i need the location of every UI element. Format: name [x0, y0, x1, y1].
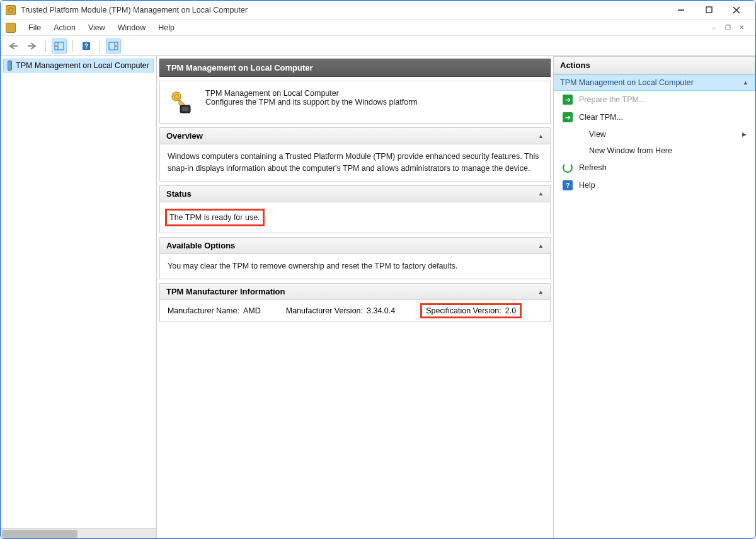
manufacturer-info-section: TPM Manufacturer Information ▲ Manufactu… — [159, 283, 551, 322]
title-bar: Trusted Platform Module (TPM) Management… — [1, 1, 755, 20]
arrow-right-icon: ➔ — [563, 112, 573, 122]
status-header[interactable]: Status ▲ — [160, 186, 550, 202]
available-options-body: You may clear the TPM to remove ownershi… — [160, 254, 550, 279]
help-icon: ? — [563, 180, 573, 190]
window-title: Trusted Platform Module (TPM) Management… — [21, 6, 667, 14]
doc-minimize-icon[interactable]: – — [709, 23, 719, 33]
actions-panel-title: Actions — [554, 56, 755, 74]
status-text: The TPM is ready for use. — [165, 209, 265, 227]
manufacturer-info-header[interactable]: TPM Manufacturer Information ▲ — [160, 284, 550, 300]
action-refresh[interactable]: Refresh — [554, 159, 755, 177]
action-clear-tpm[interactable]: ➔Clear TPM... — [554, 108, 755, 126]
overview-body: Windows computers containing a Trusted P… — [160, 144, 550, 181]
manufacturer-version-field: Manufacturer Version: 3.34.0.4 — [286, 306, 395, 315]
details-pane: TPM Management on Local Computer TPM Man… — [157, 56, 554, 538]
doc-close-icon[interactable]: ✕ — [736, 23, 747, 33]
actions-list: ➔Prepare the TPM...➔Clear TPM...View▶New… — [554, 91, 755, 194]
action-help[interactable]: ?Help — [554, 177, 755, 194]
details-header: TPM Management on Local Computer — [159, 59, 551, 77]
menu-file[interactable]: File — [22, 22, 47, 33]
app-icon — [6, 5, 16, 15]
show-hide-action-pane-button[interactable] — [106, 38, 121, 54]
status-section: Status ▲ The TPM is ready for use. — [159, 185, 551, 234]
close-button[interactable] — [723, 1, 750, 20]
action-label: Prepare the TPM... — [579, 95, 645, 104]
menu-bar: File Action View Window Help – ❐ ✕ — [1, 20, 755, 36]
tree-node-label: TPM Management on Local Computer — [16, 61, 149, 70]
tpm-key-chip-icon — [168, 89, 194, 115]
scrollbar-thumb[interactable] — [2, 530, 77, 538]
action-prepare-the-tpm: ➔Prepare the TPM... — [554, 91, 755, 108]
action-label: View — [589, 130, 606, 139]
overview-header[interactable]: Overview ▲ — [160, 128, 550, 144]
arrow-right-icon: ➔ — [563, 95, 573, 105]
intro-box: TPM Management on Local Computer Configu… — [159, 81, 551, 124]
action-label: Clear TPM... — [579, 113, 623, 122]
collapse-caret-icon: ▲ — [538, 243, 544, 249]
doc-restore-icon[interactable]: ❐ — [723, 23, 733, 33]
intro-title: TPM Management on Local Computer — [205, 89, 418, 98]
tpm-node-icon — [8, 61, 12, 71]
collapse-caret-icon: ▲ — [538, 289, 544, 295]
manufacturer-name-field: Manufacturer Name: AMD — [168, 306, 261, 315]
svg-text:?: ? — [84, 43, 88, 50]
mmc-icon — [6, 23, 16, 33]
refresh-icon — [563, 163, 573, 173]
collapse-caret-icon: ▲ — [538, 133, 544, 139]
overview-section: Overview ▲ Windows computers containing … — [159, 127, 551, 182]
available-options-header[interactable]: Available Options ▲ — [160, 238, 550, 254]
available-options-section: Available Options ▲ You may clear the TP… — [159, 237, 551, 279]
svg-rect-1 — [706, 7, 712, 13]
action-label: Help — [579, 181, 595, 190]
menu-window[interactable]: Window — [112, 22, 152, 33]
nav-forward-button[interactable] — [25, 38, 40, 54]
actions-pane: Actions TPM Management on Local Computer… — [554, 56, 755, 538]
toolbar: ? — [1, 36, 755, 56]
action-new-window-from-here[interactable]: New Window from Here — [554, 142, 755, 159]
actions-group-header[interactable]: TPM Management on Local Computer ▲ — [554, 74, 755, 91]
tree-node-tpm[interactable]: TPM Management on Local Computer — [3, 59, 154, 72]
action-label: New Window from Here — [589, 146, 672, 155]
horizontal-scrollbar[interactable] — [1, 528, 156, 538]
nav-back-button[interactable] — [6, 38, 21, 54]
menu-view[interactable]: View — [82, 22, 112, 33]
show-hide-tree-button[interactable] — [52, 38, 67, 54]
action-view[interactable]: View▶ — [554, 126, 755, 142]
navigation-tree-pane: TPM Management on Local Computer — [1, 56, 157, 538]
maximize-button[interactable] — [695, 1, 723, 20]
help-button[interactable]: ? — [79, 38, 94, 54]
menu-help[interactable]: Help — [152, 22, 181, 33]
submenu-arrow-icon: ▶ — [742, 131, 747, 137]
collapse-caret-icon: ▲ — [743, 79, 748, 86]
svg-rect-17 — [182, 107, 188, 111]
action-label: Refresh — [579, 163, 607, 172]
specification-version-field: Specification Version: 2.0 — [420, 303, 522, 318]
collapse-caret-icon: ▲ — [538, 190, 544, 197]
minimize-button[interactable] — [667, 1, 695, 20]
intro-description: Configures the TPM and its support by th… — [205, 98, 418, 107]
menu-action[interactable]: Action — [47, 22, 82, 33]
